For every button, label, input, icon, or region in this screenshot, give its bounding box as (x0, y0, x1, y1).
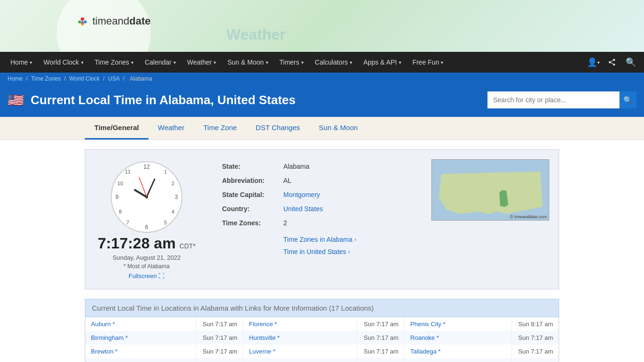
svg-text:10: 10 (117, 181, 123, 186)
nav-weather[interactable]: Weather ▾ (182, 52, 222, 73)
header-bar: 🇺🇸 Current Local Time in Alabama, United… (0, 85, 644, 117)
account-icon[interactable]: 👤 ▾ (585, 54, 602, 71)
loc-auburn[interactable]: Auburn * (91, 321, 115, 328)
loc-talladega-time: Sun 7:17 am (512, 345, 559, 358)
nav-home[interactable]: Home ▾ (5, 52, 38, 73)
nav-time-zones[interactable]: Time Zones ▾ (89, 52, 139, 73)
svg-text:5: 5 (164, 220, 167, 225)
svg-text:2: 2 (172, 181, 174, 186)
loc-phenix-city[interactable]: Phenix City * (410, 321, 445, 328)
loc-florence[interactable]: Florence * (249, 321, 277, 328)
us-map[interactable]: © timeanddate.com © timeanddate.com (431, 159, 549, 221)
tz-count: 2 (279, 216, 422, 230)
svg-text:6: 6 (145, 224, 149, 230)
search-icon[interactable]: 🔍 (622, 54, 639, 71)
nav-calculators[interactable]: Calculators ▾ (309, 52, 358, 73)
nav-world-clock[interactable]: World Clock ▾ (38, 52, 89, 73)
navbar: Home ▾ World Clock ▾ Time Zones ▾ Calend… (0, 52, 644, 73)
table-row: Auburn * Sun 7:17 am Florence * Sun 7:17… (85, 317, 559, 331)
tab-time-general[interactable]: Time/General (85, 117, 149, 140)
breadcrumb-usa[interactable]: USA (108, 75, 119, 82)
table-row: Daphne * Sun 7:17 am Mobile * Sun 7:17 a… (85, 358, 559, 362)
header-weather-text: Weather (226, 26, 286, 43)
svg-text:9: 9 (116, 194, 119, 200)
info-card: 12 3 6 9 1 2 4 5 7 8 10 11 7:17:28 (85, 149, 559, 289)
state-info-table: State: Alabama Abbreviation: AL State Ca… (217, 159, 422, 261)
svg-text:3: 3 (175, 194, 178, 200)
loc-luverne-time: Sun 7:17 am (357, 345, 405, 358)
sub-nav: Time/General Weather Time Zone DST Chang… (0, 117, 644, 140)
loc-birmingham-time: Sun 7:17 am (196, 331, 243, 345)
nav-free-fun[interactable]: Free Fun ▾ (407, 52, 449, 73)
loc-florence-time: Sun 7:17 am (357, 317, 405, 331)
loc-tuscaloosa-time: Sun 7:17 am (512, 358, 559, 362)
loc-huntsville-time: Sun 7:17 am (357, 331, 405, 345)
svg-point-2 (78, 21, 81, 24)
clock-time: 7:17:28 am (98, 235, 175, 252)
nav-calendar[interactable]: Calendar ▾ (139, 52, 182, 73)
loc-brewton[interactable]: Brewton * (91, 348, 117, 355)
locations-section: Current Local Time in Locations in Alaba… (85, 299, 559, 362)
search-box: 🔍 (487, 91, 636, 108)
fullscreen-link[interactable]: Fullscreen ⛶ (129, 272, 165, 280)
state-label: State: (217, 159, 279, 173)
tab-sun-moon[interactable]: Sun & Moon (309, 117, 367, 140)
svg-text:1: 1 (164, 169, 167, 174)
locations-count: (17 Locations) (329, 304, 374, 312)
share-icon[interactable] (603, 54, 620, 71)
breadcrumb-world-clock[interactable]: World Clock (69, 75, 99, 82)
map-copyright: © timeanddate.com (510, 214, 547, 219)
tab-weather[interactable]: Weather (149, 117, 194, 140)
svg-text:7: 7 (126, 220, 129, 225)
breadcrumb: Home / Time Zones / World Clock / USA / … (0, 73, 644, 85)
nav-sun-moon[interactable]: Sun & Moon ▾ (222, 52, 273, 73)
loc-brewton-time: Sun 7:17 am (196, 345, 243, 358)
logo[interactable]: timeanddate (75, 14, 151, 28)
tab-dst-changes[interactable]: DST Changes (246, 117, 309, 140)
svg-text:12: 12 (143, 164, 150, 170)
clock-display: 7:17:28 am CDT* (98, 235, 196, 252)
loc-birmingham[interactable]: Birmingham * (91, 334, 128, 341)
breadcrumb-current: Alabama (130, 75, 152, 82)
nav-apps-api[interactable]: Apps & API ▾ (358, 52, 407, 73)
search-input[interactable] (487, 91, 619, 108)
loc-huntsville[interactable]: Huntsville * (249, 334, 280, 341)
capital-label: State Capital: (217, 188, 279, 202)
abbr-label: Abbreviation: (217, 173, 279, 188)
loc-luverne[interactable]: Luverne * (249, 348, 275, 355)
logo-icon (75, 14, 90, 28)
abbr-value: AL (279, 173, 422, 188)
clock-tz: CDT* (180, 242, 196, 250)
table-row: Birmingham * Sun 7:17 am Huntsville * Su… (85, 331, 559, 345)
map-section: © timeanddate.com © timeanddate.com (431, 159, 549, 280)
top-decoration: timeanddate Weather (0, 0, 644, 52)
capital-link[interactable]: Montgomery (283, 191, 320, 198)
country-link[interactable]: United States (283, 205, 323, 213)
locations-table: Auburn * Sun 7:17 am Florence * Sun 7:17… (85, 317, 559, 362)
country-label: Country: (217, 202, 279, 216)
page-title: Current Local Time in Alabama, United St… (31, 93, 481, 107)
svg-text:8: 8 (119, 209, 122, 214)
nav-timers[interactable]: Timers ▾ (274, 52, 309, 73)
map-svg (432, 160, 549, 221)
svg-text:4: 4 (172, 209, 174, 214)
tz-label: Time Zones: (217, 216, 279, 230)
breadcrumb-time-zones[interactable]: Time Zones (31, 75, 61, 82)
nav-icons: 👤 ▾ 🔍 (585, 54, 639, 71)
tz-link-1[interactable]: Time Zones in Alabama › (283, 233, 417, 246)
tab-time-zone[interactable]: Time Zone (194, 117, 246, 140)
logo-text: timeanddate (92, 15, 151, 27)
breadcrumb-home[interactable]: Home (8, 75, 23, 82)
loc-daphne-time: Sun 7:17 am (196, 358, 243, 362)
state-value: Alabama (279, 159, 422, 173)
loc-roanoke-time: Sun 7:17 am (512, 331, 559, 345)
search-button[interactable]: 🔍 (619, 91, 636, 108)
tz-link-2[interactable]: Time in United States › (283, 246, 417, 258)
loc-talladega[interactable]: Talladega * (410, 348, 440, 355)
loc-roanoke[interactable]: Roanoke * (410, 334, 439, 341)
loc-auburn-time: Sun 7:17 am (196, 317, 243, 331)
svg-point-0 (81, 17, 84, 21)
main-content: 12 3 6 9 1 2 4 5 7 8 10 11 7:17:28 (0, 140, 644, 362)
table-row: Brewton * Sun 7:17 am Luverne * Sun 7:17… (85, 345, 559, 358)
svg-point-1 (84, 21, 87, 24)
